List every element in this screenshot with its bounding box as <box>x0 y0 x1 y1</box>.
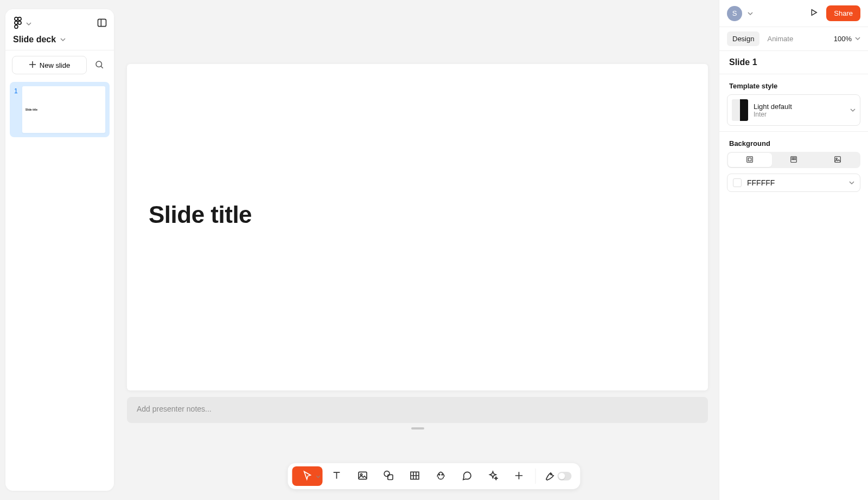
plus-icon <box>29 61 36 70</box>
svg-rect-13 <box>359 472 367 479</box>
move-tool[interactable] <box>292 466 323 486</box>
add-tool[interactable] <box>507 466 531 486</box>
svg-rect-26 <box>747 156 753 162</box>
play-icon <box>809 10 819 19</box>
chevron-down-icon <box>26 20 31 28</box>
user-avatar[interactable]: S <box>727 6 742 21</box>
right-panel-header: S Share <box>719 0 868 27</box>
background-type-solid[interactable] <box>728 153 772 167</box>
search-slides-button[interactable] <box>91 57 107 73</box>
svg-rect-35 <box>834 156 840 162</box>
background-color-value: FFFFFF <box>747 178 775 187</box>
slide-title-text[interactable]: Slide title <box>149 201 252 228</box>
toggle-track <box>558 472 572 480</box>
slide-thumbnail-title: Slide title <box>25 108 37 111</box>
toggle-knob <box>559 473 565 479</box>
stamp-icon <box>436 470 446 483</box>
chevron-down-icon <box>316 472 321 480</box>
svg-point-31 <box>795 157 795 158</box>
svg-point-33 <box>793 159 794 159</box>
comment-icon <box>462 470 473 483</box>
canvas-area: Slide title Add presenter notes... <box>127 64 708 500</box>
file-name-menu[interactable]: Slide deck <box>5 31 114 50</box>
template-preview-icon <box>732 99 748 121</box>
solid-fill-icon <box>745 155 754 165</box>
background-type-gradient[interactable] <box>772 153 816 167</box>
tab-animate[interactable]: Animate <box>762 31 799 46</box>
zoom-control[interactable]: 100% <box>834 35 860 43</box>
image-tool[interactable] <box>351 466 375 486</box>
plus-icon <box>514 470 525 483</box>
svg-point-2 <box>15 21 18 24</box>
template-info: Light default Inter <box>754 102 792 118</box>
tab-design[interactable]: Design <box>727 31 760 46</box>
template-style-select[interactable]: Light default Inter <box>727 94 860 126</box>
table-tool[interactable] <box>403 466 427 486</box>
left-panel: Slide deck New slide 1 Slide title <box>5 9 114 491</box>
presenter-notes-placeholder: Add presenter notes... <box>137 405 212 413</box>
figma-logo-icon <box>13 17 23 30</box>
background-type-image[interactable] <box>815 153 859 167</box>
design-tabs-row: Design Animate 100% <box>719 27 868 50</box>
slide-thumbnails: 1 Slide title <box>5 80 114 491</box>
svg-point-16 <box>384 471 390 476</box>
stamp-tool[interactable] <box>429 466 453 486</box>
file-name: Slide deck <box>13 35 56 44</box>
svg-point-30 <box>793 157 794 158</box>
template-name: Light default <box>754 102 792 111</box>
slide-thumbnail-preview: Slide title <box>22 86 105 133</box>
collapse-panel-button[interactable] <box>97 17 107 30</box>
slide-header: Slide 1 <box>719 51 868 74</box>
design-tabs: Design Animate <box>727 31 799 46</box>
svg-point-9 <box>96 61 102 67</box>
presenter-notes-input[interactable]: Add presenter notes... <box>127 397 708 423</box>
toolbar <box>288 463 580 489</box>
svg-point-22 <box>442 474 443 475</box>
new-slide-label: New slide <box>40 61 70 69</box>
chevron-down-icon <box>849 178 854 187</box>
divider <box>535 469 536 484</box>
cursor-icon <box>302 470 313 483</box>
svg-point-29 <box>792 157 793 158</box>
share-button[interactable]: Share <box>826 5 860 21</box>
chevron-down-icon <box>855 35 860 43</box>
template-style-label: Template style <box>719 74 868 94</box>
slide-thumbnail[interactable]: 1 Slide title <box>10 82 110 137</box>
shapes-icon <box>384 470 394 483</box>
slide-canvas[interactable]: Slide title <box>127 64 708 390</box>
app-menu[interactable] <box>13 17 31 30</box>
image-icon <box>358 470 368 483</box>
zoom-value: 100% <box>834 35 852 43</box>
svg-point-36 <box>835 158 837 159</box>
search-icon <box>94 60 104 71</box>
background-color-select[interactable]: FFFFFF <box>727 174 860 192</box>
notes-resize-handle[interactable] <box>411 427 424 430</box>
new-slide-button[interactable]: New slide <box>12 56 87 74</box>
present-button[interactable] <box>809 8 819 19</box>
chevron-down-icon[interactable] <box>748 9 753 18</box>
svg-point-0 <box>15 17 18 21</box>
svg-point-4 <box>15 25 18 28</box>
gradient-icon <box>789 155 798 165</box>
share-label: Share <box>834 9 853 17</box>
image-icon <box>833 155 842 165</box>
text-tool[interactable] <box>325 466 349 486</box>
right-panel: S Share Design Animate 100% Slide 1 Te <box>719 0 868 500</box>
comment-tool[interactable] <box>455 466 479 486</box>
background-label: Background <box>719 132 868 152</box>
text-icon <box>331 470 342 483</box>
left-panel-header <box>5 15 114 31</box>
background-type-segmented <box>727 152 860 168</box>
slide-thumbnail-number: 1 <box>14 86 18 133</box>
pen-tool-toggle[interactable] <box>540 470 576 483</box>
svg-point-34 <box>795 159 795 159</box>
ai-tool[interactable] <box>481 466 505 486</box>
svg-rect-27 <box>749 158 751 161</box>
shape-tool[interactable] <box>377 466 401 486</box>
color-swatch <box>733 178 742 187</box>
svg-point-32 <box>792 159 793 159</box>
chevron-down-icon <box>850 106 856 114</box>
slide-actions-row: New slide <box>5 50 114 80</box>
sparkle-icon <box>488 470 499 483</box>
chevron-down-icon <box>60 35 66 44</box>
